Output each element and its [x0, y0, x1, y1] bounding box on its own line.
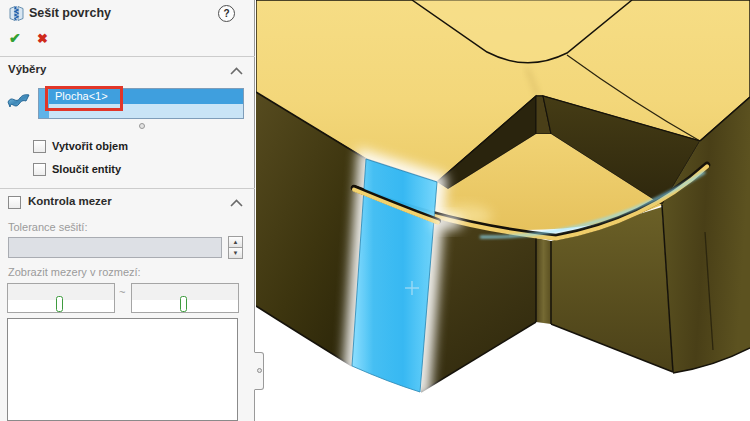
gap-range-max-thumb[interactable]	[180, 296, 187, 312]
create-solid-checkbox[interactable]	[33, 140, 46, 153]
help-icon[interactable]: ?	[218, 5, 235, 22]
create-solid-label: Vytvořit objem	[52, 140, 128, 152]
range-separator: ~	[119, 286, 125, 298]
gap-control-checkbox[interactable]	[8, 196, 21, 209]
cancel-button[interactable]: ✖	[37, 31, 48, 46]
ok-button[interactable]: ✔	[9, 30, 21, 46]
model-scene	[256, 0, 750, 421]
merge-entities-checkbox[interactable]	[33, 163, 46, 176]
divider	[0, 56, 255, 57]
surface-icon	[5, 90, 31, 112]
tolerance-spinner: ▲ ▼	[228, 236, 243, 259]
listbox-resize-handle[interactable]	[139, 123, 145, 129]
selections-group-header[interactable]: Výběry	[8, 63, 46, 75]
knitting-tolerance-input[interactable]	[8, 237, 222, 258]
gap-range-min-widget	[7, 283, 115, 313]
inner-corner-face[interactable]	[536, 238, 551, 324]
graphics-viewport[interactable]	[256, 0, 750, 421]
edge-glow-spot	[433, 214, 463, 230]
divider	[0, 188, 255, 189]
knit-surface-icon	[8, 5, 25, 22]
gap-result-listbox[interactable]	[7, 318, 238, 421]
gap-range-max-widget	[131, 283, 239, 313]
show-gaps-range-label: Zobrazit mezery v rozmezí:	[8, 266, 141, 278]
knitting-tolerance-label: Tolerance sešití:	[8, 221, 87, 233]
chevron-up-icon[interactable]	[230, 67, 243, 75]
panel-title: Sešít povrchy	[29, 6, 111, 20]
merge-entities-label: Sloučit entity	[52, 163, 121, 175]
spinner-up-icon[interactable]: ▲	[228, 236, 243, 248]
chevron-up-icon[interactable]	[230, 199, 243, 207]
gap-range-min-thumb[interactable]	[56, 296, 63, 312]
property-manager-panel: Sešít povrchy ? ✔ ✖ Výběry Plocha<1> Vyt…	[0, 0, 255, 421]
gap-control-group-header[interactable]: Kontrola mezer	[28, 195, 112, 207]
spinner-down-icon[interactable]: ▼	[228, 248, 243, 259]
splitter-dot-icon	[257, 368, 262, 373]
red-annotation-box	[45, 86, 123, 111]
panel-splitter-handle[interactable]	[254, 352, 264, 390]
